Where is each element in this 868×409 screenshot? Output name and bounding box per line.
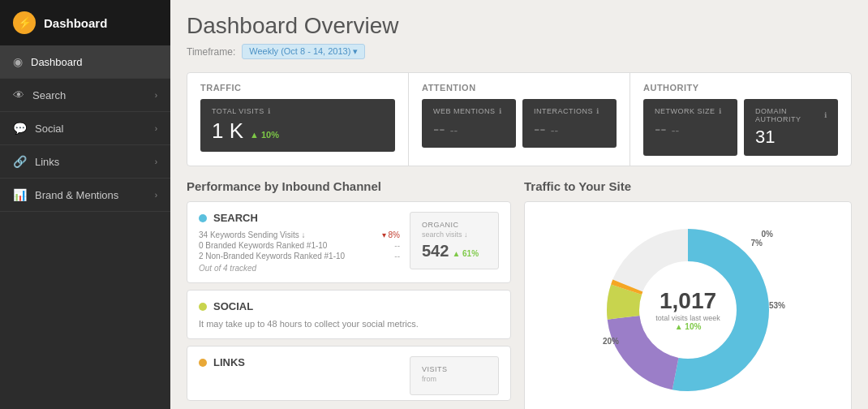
sidebar-label-social: Social (35, 123, 63, 135)
domain-authority-info: ℹ (824, 111, 827, 119)
social-message: It may take up to 48 hours to collect yo… (199, 319, 499, 329)
sidebar-label-search: Search (32, 89, 66, 101)
donut-label: total visits last week (655, 314, 720, 322)
network-size-value: -- -- (655, 118, 679, 139)
search-dot (199, 214, 207, 222)
total-visits-change: ▲ 10% (250, 130, 279, 140)
organic-value: 542 (422, 242, 449, 260)
performance-title: Performance by Inbound Channel (187, 179, 511, 193)
donut-center: 1,017 total visits last week ▲ 10% (655, 290, 720, 331)
interactions-value: -- -- (534, 118, 558, 139)
search-icon: 👁 (13, 88, 24, 101)
search-stat-2: 0 Branded Keywords Ranked #1-10 -- (199, 241, 400, 250)
search-stat-1: 34 Keywords Sending Visits ↓ ▾ 8% (199, 230, 400, 239)
brand-icon: 📊 (13, 188, 27, 201)
visits-sublabel: from (422, 375, 487, 383)
web-mentions-label: WEB MENTIONS (433, 107, 496, 115)
sidebar-logo: ⚡ Dashboard (0, 0, 170, 45)
traffic-section: Traffic TOTAL VISITS ℹ 1 K ▲ 10% (187, 73, 409, 166)
chart-container: 1,017 total visits last week ▲ 10% 53% 2… (524, 201, 852, 409)
sidebar-label-links: Links (35, 156, 59, 168)
logo-text: Dashboard (44, 16, 107, 30)
organic-change: ▲ 61% (452, 249, 479, 258)
social-dot (199, 303, 207, 311)
links-channel-label: LINKS (213, 356, 245, 368)
performance-panel: Performance by Inbound Channel SEARCH 34… (187, 179, 511, 409)
organic-label: ORGANIC (422, 221, 487, 229)
total-visits-card: TOTAL VISITS ℹ 1 K ▲ 10% (200, 99, 395, 152)
organic-box: ORGANIC search visits ↓ 542 ▲ 61% (410, 212, 499, 269)
total-visits-info: ℹ (268, 107, 271, 115)
total-visits-value: 1 K (212, 118, 243, 144)
donut-change: ▲ 10% (655, 322, 720, 331)
sidebar-item-social[interactable]: 💬 Social › (0, 112, 170, 145)
links-icon: 🔗 (13, 155, 27, 168)
sidebar-item-links[interactable]: 🔗 Links › (0, 145, 170, 179)
channel-card-links: LINKS VISITS from (187, 346, 511, 401)
total-visits-label: TOTAL VISITS (212, 107, 264, 115)
authority-title: Authority (643, 83, 838, 93)
main-content: Dashboard Overview Timeframe: Weekly (Oc… (170, 0, 868, 409)
timeframe-dropdown[interactable]: Weekly (Oct 8 - 14, 2013) ▾ (242, 44, 365, 59)
traffic-chart-panel: Traffic to Your Site (524, 179, 852, 409)
chevron-right-icon: › (155, 191, 157, 200)
stats-row: Traffic TOTAL VISITS ℹ 1 K ▲ 10% Attenti… (187, 72, 852, 166)
sidebar-item-search[interactable]: 👁 Search › (0, 79, 170, 112)
attention-title: Attention (422, 83, 617, 93)
dashboard-icon: ◉ (13, 55, 23, 68)
pct-53: 53% (769, 301, 785, 310)
search-channel-label: SEARCH (213, 212, 258, 224)
authority-section: Authority NETWORK SIZE ℹ -- -- DOMAIN AU… (630, 73, 851, 166)
page-title: Dashboard Overview (187, 13, 852, 39)
attention-section: Attention WEB MENTIONS ℹ -- -- INTERACTI… (409, 73, 630, 166)
sidebar-label-dashboard: Dashboard (31, 56, 83, 68)
pct-20: 20% (603, 337, 619, 346)
search-stat-3: 2 Non-Branded Keywords Ranked #1-10 -- (199, 252, 400, 260)
network-size-info: ℹ (719, 107, 722, 115)
web-mentions-card: WEB MENTIONS ℹ -- -- (422, 99, 516, 148)
search-stat-change-1: ▾ 8% (382, 230, 400, 239)
search-stat-label-2: 0 Branded Keywords Ranked #1-10 (199, 241, 327, 250)
pct-7: 7% (751, 239, 763, 248)
sidebar: ⚡ Dashboard ◉ Dashboard 👁 Search › 💬 Soc… (0, 0, 170, 409)
timeframe-row: Timeframe: Weekly (Oct 8 - 14, 2013) ▾ (187, 44, 852, 59)
web-mentions-value: -- -- (433, 118, 458, 139)
search-stat-label-3: 2 Non-Branded Keywords Ranked #1-10 (199, 252, 345, 260)
domain-authority-label: DOMAIN AUTHORITY (755, 107, 821, 123)
channel-card-social: SOCIAL It may take up to 48 hours to col… (187, 290, 511, 339)
sidebar-item-brand[interactable]: 📊 Brand & Mentions › (0, 179, 170, 212)
timeframe-label: Timeframe: (187, 46, 235, 58)
search-stat-val-3: -- (394, 252, 400, 260)
social-channel-label: SOCIAL (213, 300, 253, 312)
search-stat-label-1: 34 Keywords Sending Visits ↓ (199, 230, 306, 239)
interactions-info: ℹ (596, 107, 599, 115)
chevron-right-icon: › (155, 124, 157, 133)
chevron-right-icon: › (155, 157, 157, 166)
search-stat-val-2: -- (394, 241, 400, 250)
visits-label: VISITS (422, 365, 487, 373)
interactions-label: INTERACTIONS (534, 107, 593, 115)
chevron-right-icon: › (155, 91, 157, 100)
donut-value: 1,017 (655, 290, 720, 312)
traffic-chart-title: Traffic to Your Site (524, 179, 852, 193)
pct-0: 0% (762, 230, 773, 239)
web-mentions-info: ℹ (499, 107, 502, 115)
visits-box: VISITS from (410, 356, 499, 395)
social-icon: 💬 (13, 122, 27, 135)
domain-authority-value: 31 (755, 127, 775, 147)
donut-chart: 1,017 total visits last week ▲ 10% 53% 2… (599, 221, 777, 399)
traffic-title: Traffic (200, 83, 395, 93)
organic-sublabel: search visits ↓ (422, 230, 487, 239)
search-note: Out of 4 tracked (199, 264, 400, 273)
network-size-card: NETWORK SIZE ℹ -- -- (643, 99, 737, 156)
bottom-section: Performance by Inbound Channel SEARCH 34… (187, 179, 852, 409)
logo-icon: ⚡ (13, 11, 36, 34)
sidebar-item-dashboard[interactable]: ◉ Dashboard (0, 45, 170, 79)
network-size-label: NETWORK SIZE (655, 107, 715, 115)
interactions-card: INTERACTIONS ℹ -- -- (522, 99, 617, 148)
links-dot (199, 359, 207, 367)
domain-authority-card: DOMAIN AUTHORITY ℹ 31 (744, 99, 838, 156)
channel-card-search: SEARCH 34 Keywords Sending Visits ↓ ▾ 8%… (187, 201, 511, 283)
sidebar-label-brand: Brand & Mentions (35, 189, 118, 201)
